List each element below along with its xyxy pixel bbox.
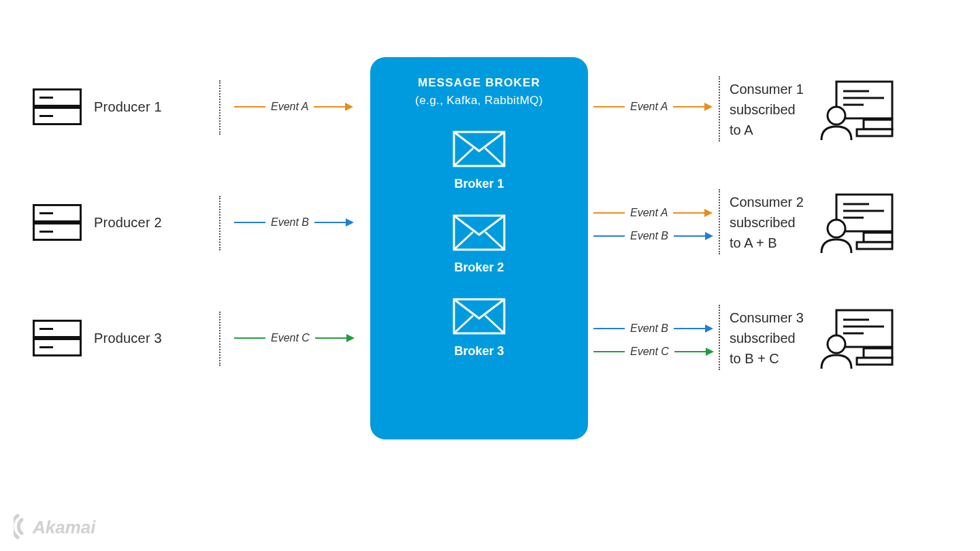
dotted-divider: [219, 196, 220, 250]
arrow-event-c-right-3: Event C: [593, 346, 714, 358]
consumer-text: Consumer 2 subscribed to A + B: [730, 192, 804, 253]
dotted-divider: [219, 80, 220, 135]
envelope-icon: [453, 131, 506, 167]
user-terminal-icon: [816, 79, 898, 141]
svg-point-34: [828, 220, 845, 237]
svg-rect-25: [864, 120, 892, 129]
broker-item-2: Broker 2: [391, 214, 568, 275]
server-icon: [33, 88, 82, 125]
svg-point-41: [828, 335, 845, 353]
event-label: Event C: [271, 332, 310, 344]
arrow-event-b-right-2: Event B: [593, 230, 713, 242]
producer-label: Producer 3: [94, 331, 162, 346]
dotted-divider: [719, 76, 720, 141]
consumer-line: Consumer 2: [730, 192, 804, 212]
svg-line-16: [454, 232, 473, 250]
svg-rect-32: [864, 233, 892, 242]
consumer-line: subscribed: [730, 212, 804, 233]
svg-rect-26: [857, 129, 892, 136]
arrowhead-icon: [705, 324, 713, 333]
svg-line-20: [485, 316, 504, 333]
event-label: Event B: [630, 322, 668, 335]
broker-title: MESSAGE BROKER: [391, 76, 568, 90]
consumer-2: Consumer 2 subscribed to A + B: [730, 192, 954, 254]
event-label: Event A: [630, 207, 668, 219]
akamai-logo: Akamai: [14, 513, 116, 541]
arrowhead-icon: [346, 334, 355, 342]
logo-text: Akamai: [32, 517, 96, 537]
broker-label: Broker 2: [391, 261, 568, 275]
arrow-event-b-right-3: Event B: [593, 322, 713, 335]
producer-1: Producer 1: [33, 88, 162, 125]
producer-label: Producer 2: [94, 215, 162, 231]
event-label: Event B: [271, 216, 309, 229]
consumer-3: Consumer 3 subscribed to B + C: [730, 307, 954, 370]
consumer-line: Consumer 3: [730, 307, 804, 328]
consumer-1: Consumer 1 subscribed to A: [730, 79, 954, 141]
consumer-text: Consumer 3 subscribed to B + C: [730, 307, 804, 369]
svg-line-14: [485, 148, 504, 166]
consumer-line: subscribed: [730, 328, 804, 348]
arrowhead-icon: [346, 218, 354, 227]
broker-label: Broker 1: [391, 177, 568, 191]
envelope-icon: [453, 298, 506, 335]
producer-3: Producer 3: [33, 320, 162, 356]
broker-item-1: Broker 1: [391, 131, 568, 191]
svg-line-13: [454, 148, 473, 166]
consumer-line: to A: [730, 120, 804, 140]
logo-icon: Akamai: [14, 513, 116, 541]
consumer-line: Consumer 1: [730, 79, 804, 99]
svg-rect-40: [857, 358, 892, 365]
producer-label: Producer 1: [94, 99, 162, 115]
svg-line-19: [454, 316, 473, 333]
arrow-event-c-left: Event C: [234, 332, 363, 344]
dotted-divider: [219, 312, 220, 366]
consumer-text: Consumer 1 subscribed to A: [730, 79, 804, 140]
arrowhead-icon: [706, 348, 714, 356]
event-label: Event A: [630, 101, 668, 113]
consumer-line: to B + C: [730, 348, 804, 369]
event-label: Event B: [630, 230, 668, 242]
broker-label: Broker 3: [391, 344, 568, 358]
broker-subtitle: (e.g., Kafka, RabbitMQ): [391, 94, 568, 107]
consumer-line: subscribed: [730, 99, 804, 120]
producer-2: Producer 2: [33, 204, 162, 241]
envelope-icon: [453, 214, 506, 251]
server-icon: [33, 320, 82, 356]
event-label: Event C: [630, 346, 669, 358]
message-broker-box: MESSAGE BROKER (e.g., Kafka, RabbitMQ) B…: [370, 57, 588, 439]
user-terminal-icon: [816, 192, 898, 254]
server-icon: [33, 204, 82, 241]
svg-rect-33: [857, 242, 892, 249]
arrow-event-a-right-2: Event A: [593, 207, 713, 219]
svg-point-27: [828, 107, 845, 124]
arrow-event-a-left: Event A: [234, 101, 363, 113]
arrowhead-icon: [704, 209, 713, 217]
consumer-line: to A + B: [730, 233, 804, 253]
dotted-divider: [719, 189, 720, 254]
arrow-event-a-right-1: Event A: [593, 101, 713, 113]
svg-rect-39: [864, 348, 892, 358]
arrowhead-icon: [345, 103, 353, 111]
user-terminal-icon: [816, 307, 898, 370]
arrow-event-b-left: Event B: [234, 216, 363, 229]
arrowhead-icon: [705, 232, 713, 240]
arrowhead-icon: [704, 103, 713, 111]
event-label: Event A: [271, 101, 308, 113]
svg-line-17: [485, 232, 504, 250]
dotted-divider: [719, 305, 720, 370]
broker-item-3: Broker 3: [391, 298, 568, 358]
diagram-stage: Producer 1 Producer 2 Producer 3 Event A…: [0, 0, 980, 551]
